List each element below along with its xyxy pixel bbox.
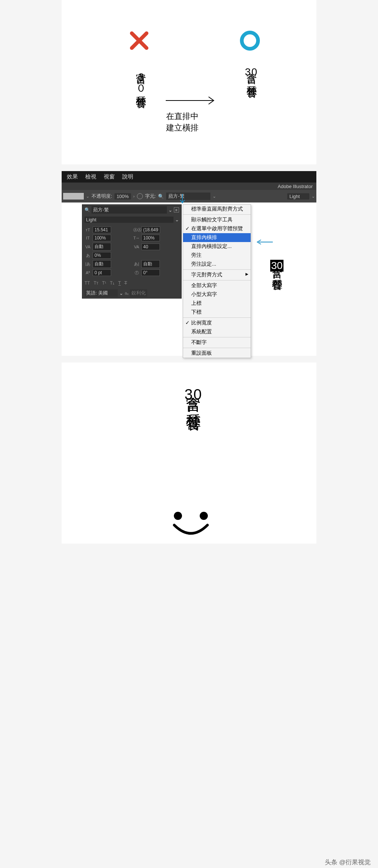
aa-label: aₐ bbox=[125, 291, 128, 296]
result-suffix: 種營養 bbox=[185, 403, 202, 405]
result-number: 30 bbox=[185, 386, 203, 403]
character-panel[interactable]: 🔍 蘋方-繁 ⌄ ≡ Light ⌄ тT15.541 ⒶⒶ(18.649 IT… bbox=[82, 204, 182, 299]
menu-item[interactable]: 全部大寫字 bbox=[183, 281, 251, 290]
menu-item[interactable]: 系統配置 bbox=[183, 327, 251, 336]
o-mark-icon bbox=[239, 30, 261, 53]
character-label[interactable]: 字元: bbox=[145, 193, 156, 200]
menu-item[interactable]: 上標 bbox=[183, 299, 251, 308]
result-display: 富含30種營養 bbox=[62, 362, 316, 544]
strikethrough-button[interactable]: T̶ bbox=[124, 280, 127, 286]
menu-item[interactable]: 下標 bbox=[183, 308, 251, 317]
x-mark-icon bbox=[128, 30, 150, 53]
chevron-down-icon[interactable]: ⌄ bbox=[312, 194, 315, 199]
menu-item[interactable]: 顯示觸控文字工具 bbox=[183, 215, 251, 224]
font-size-input[interactable]: 15.541 bbox=[93, 227, 111, 233]
search-icon: 🔍 bbox=[85, 207, 90, 212]
menu-item[interactable]: 重設面板 bbox=[183, 349, 251, 358]
tsume-icon: あ bbox=[85, 253, 91, 258]
text-number: 30 bbox=[245, 66, 258, 78]
opacity-label: 不透明度: bbox=[92, 193, 112, 200]
hscale-input[interactable]: 100% bbox=[141, 235, 160, 241]
vscale-icon: IT bbox=[85, 236, 91, 240]
svg-point-2 bbox=[242, 33, 258, 49]
menu-item[interactable]: 直排內橫排設定... bbox=[183, 242, 251, 251]
menu-item[interactable]: 字元對齊方式 bbox=[183, 270, 251, 279]
menu-item[interactable]: 比例寬度 bbox=[183, 319, 251, 327]
text-suffix: 種營養 bbox=[246, 78, 257, 80]
menu-item[interactable]: 在選單中啟用字體預覽 bbox=[183, 224, 251, 233]
arrow-right-icon bbox=[165, 96, 217, 106]
caption-line1: 在直排中 bbox=[166, 111, 199, 122]
character-panel-menu[interactable]: 標準垂直羅馬對齊方式顯示觸控文字工具在選單中啟用字體預覽直排內橫排直排內橫排設定… bbox=[183, 204, 251, 358]
chevron-down-icon[interactable]: ⌄ bbox=[213, 194, 216, 199]
font-search-field[interactable]: 蘋方-繁 bbox=[92, 206, 167, 214]
leading-icon: ⒶⒶ bbox=[133, 227, 140, 233]
chevron-down-icon[interactable]: ⌄ bbox=[175, 217, 179, 222]
tsume-input[interactable]: 0% bbox=[93, 252, 111, 259]
menu-item[interactable]: 旁注 bbox=[183, 251, 251, 260]
font-name-field[interactable]: 蘋方-繁 bbox=[166, 193, 210, 200]
result-vertical-text: 富含30種營養 bbox=[183, 385, 204, 405]
panel-menu-button[interactable]: ≡ bbox=[174, 207, 179, 212]
smile-face-icon bbox=[165, 510, 217, 541]
vscale-input[interactable]: 100% bbox=[93, 235, 111, 241]
app-title-bar: Adobe Illustrator bbox=[62, 183, 316, 190]
tracking-icon: VA bbox=[133, 245, 140, 249]
chevron-down-icon[interactable]: ⌄ bbox=[86, 194, 89, 199]
baseline-shift-input[interactable]: 0 pt bbox=[93, 269, 111, 276]
kerning-icon: VA bbox=[85, 245, 91, 249]
menu-item[interactable]: 小型大寫字 bbox=[183, 290, 251, 299]
caption-line2: 建立橫排 bbox=[166, 122, 199, 134]
aki-left-icon: |あ bbox=[85, 261, 91, 267]
illustrator-ui-screenshot: 效果 檢視 視窗 說明 Adobe Illustrator ⌄ 不透明度: 10… bbox=[62, 171, 316, 356]
menu-item[interactable]: 旁注設定... bbox=[183, 260, 251, 269]
underline-button[interactable]: T̲ bbox=[118, 280, 121, 286]
subscript-button[interactable]: T₁ bbox=[110, 280, 114, 286]
watermark: 头条 @衍果视觉 bbox=[325, 858, 371, 867]
hscale-icon: T↔ bbox=[133, 236, 140, 240]
rotate-input[interactable]: 0° bbox=[141, 269, 160, 276]
font-style-select[interactable]: Light bbox=[85, 217, 173, 223]
globe-icon[interactable] bbox=[137, 193, 143, 199]
vertical-text-wrong: 富含３０種營養 bbox=[134, 65, 148, 91]
menu-item[interactable]: 不斷字 bbox=[183, 338, 251, 347]
smallcaps-button[interactable]: Tт bbox=[94, 280, 99, 286]
font-size-icon: тT bbox=[85, 228, 91, 232]
antialias-select[interactable]: 銳利化 bbox=[130, 289, 147, 297]
menu-effect[interactable]: 效果 bbox=[67, 173, 78, 180]
kerning-input[interactable]: 自動 bbox=[93, 243, 111, 251]
annotation-arrow-left-icon bbox=[255, 239, 273, 247]
leading-input[interactable]: (18.649 bbox=[141, 227, 160, 233]
chevron-down-icon[interactable]: ⌄ bbox=[119, 290, 123, 296]
menu-window[interactable]: 視窗 bbox=[104, 173, 115, 180]
vertical-text-correct: 富含30種營養 bbox=[244, 65, 258, 80]
menu-item[interactable]: 標準垂直羅馬對齊方式 bbox=[183, 205, 251, 214]
svg-point-8 bbox=[200, 512, 208, 520]
menu-item[interactable]: 直排內橫排 bbox=[183, 233, 251, 242]
menu-view[interactable]: 檢視 bbox=[85, 173, 96, 180]
fill-swatch[interactable] bbox=[63, 193, 84, 200]
menu-help[interactable]: 說明 bbox=[122, 173, 133, 180]
aki-right-icon: あ| bbox=[133, 261, 140, 267]
language-select[interactable]: 英語: 美國 bbox=[85, 289, 118, 297]
sample-number-highlighted: 30 bbox=[270, 260, 283, 272]
search-icon: 🔍 bbox=[158, 194, 164, 199]
aki-left-input[interactable]: 自動 bbox=[93, 260, 111, 268]
app-name: Adobe Illustrator bbox=[278, 184, 313, 189]
vertical-text-sample: 富含30種營養 bbox=[270, 260, 284, 272]
chevron-right-icon[interactable]: › bbox=[133, 194, 135, 198]
font-style-field[interactable]: Light bbox=[287, 193, 309, 200]
menu-bar: 效果 檢視 視窗 說明 bbox=[62, 171, 316, 183]
aki-right-input[interactable]: 自動 bbox=[141, 260, 160, 268]
rotate-icon: Ⓣ bbox=[133, 270, 140, 276]
svg-point-7 bbox=[174, 512, 182, 520]
baseline-shift-icon: Aª bbox=[85, 270, 91, 275]
chevron-down-icon[interactable]: ⌄ bbox=[168, 207, 172, 213]
tracking-input[interactable]: 40 bbox=[141, 244, 160, 250]
caption: 在直排中 建立橫排 bbox=[166, 111, 199, 134]
control-bar: ⌄ 不透明度: 100% › 字元: 🔍 蘋方-繁 ⌄ Light ⌄ bbox=[62, 190, 316, 202]
caps-button[interactable]: TT bbox=[85, 280, 90, 286]
opacity-value[interactable]: 100% bbox=[114, 193, 131, 200]
before-after-comparison: 富含３０種營養 富含30種營養 在直排中 建立橫排 bbox=[62, 0, 316, 164]
superscript-button[interactable]: T¹ bbox=[102, 280, 106, 286]
